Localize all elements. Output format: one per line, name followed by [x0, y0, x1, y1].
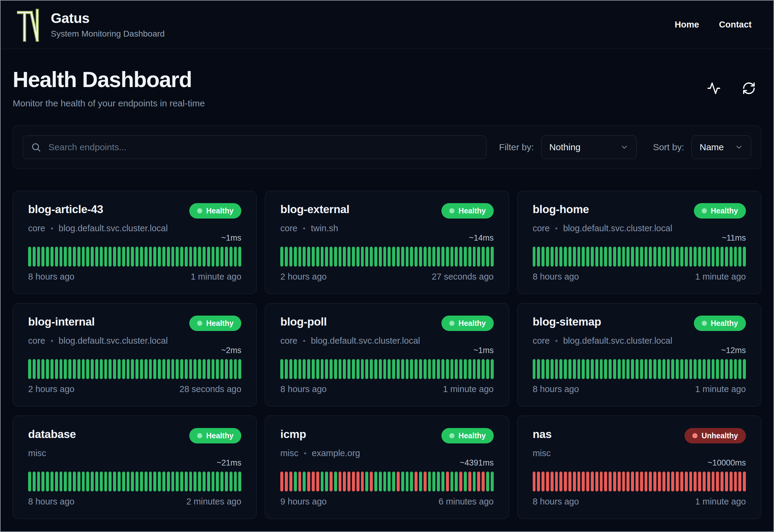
health-bar[interactable]	[212, 247, 215, 267]
health-bar[interactable]	[653, 472, 656, 491]
health-bar[interactable]	[361, 247, 364, 267]
health-bar[interactable]	[289, 472, 292, 491]
health-bar[interactable]	[555, 359, 558, 379]
health-bar[interactable]	[238, 247, 241, 267]
health-bar[interactable]	[370, 247, 373, 267]
health-bar[interactable]	[667, 247, 670, 267]
health-bar[interactable]	[379, 359, 382, 379]
health-bar[interactable]	[334, 359, 337, 379]
health-bar[interactable]	[685, 359, 688, 379]
health-bar[interactable]	[216, 359, 219, 379]
health-bar[interactable]	[694, 472, 697, 491]
health-bar[interactable]	[486, 472, 489, 491]
health-bar[interactable]	[636, 472, 639, 491]
health-bar[interactable]	[343, 247, 346, 267]
health-bar[interactable]	[82, 247, 85, 267]
health-bar[interactable]	[743, 359, 746, 379]
health-bar[interactable]	[424, 472, 427, 491]
health-bar[interactable]	[419, 359, 422, 379]
health-bar[interactable]	[649, 472, 652, 491]
health-bar[interactable]	[68, 247, 71, 267]
health-bar[interactable]	[234, 359, 237, 379]
health-bar[interactable]	[220, 472, 223, 491]
health-bar[interactable]	[716, 247, 719, 267]
health-bar[interactable]	[180, 247, 183, 267]
health-bar[interactable]	[712, 247, 715, 267]
health-bar[interactable]	[533, 472, 536, 491]
health-bar[interactable]	[91, 472, 94, 491]
health-bar[interactable]	[162, 247, 165, 267]
health-bar[interactable]	[356, 472, 359, 491]
health-bar[interactable]	[325, 472, 328, 491]
health-bar[interactable]	[491, 472, 494, 491]
health-bar[interactable]	[356, 359, 359, 379]
health-bar[interactable]	[294, 359, 297, 379]
health-bar[interactable]	[577, 247, 581, 267]
health-bar[interactable]	[238, 472, 241, 491]
health-bar[interactable]	[406, 472, 409, 491]
health-bar[interactable]	[464, 359, 467, 379]
health-bar[interactable]	[595, 359, 598, 379]
health-bar[interactable]	[280, 359, 283, 379]
health-bar[interactable]	[568, 359, 571, 379]
health-bar[interactable]	[720, 359, 724, 379]
health-bar[interactable]	[307, 359, 310, 379]
health-bar[interactable]	[131, 247, 134, 267]
health-bar[interactable]	[321, 247, 324, 267]
health-bar[interactable]	[339, 247, 342, 267]
health-bar[interactable]	[41, 247, 44, 267]
health-bar[interactable]	[618, 359, 621, 379]
health-bar[interactable]	[464, 247, 467, 267]
endpoint-card[interactable]: blog-external Healthy core • twin.sh ~14…	[265, 191, 509, 294]
health-bar[interactable]	[131, 359, 134, 379]
health-bar[interactable]	[397, 472, 400, 491]
endpoint-card[interactable]: blog-sitemap Healthy core • blog.default…	[517, 303, 761, 407]
health-bar[interactable]	[212, 472, 215, 491]
health-bar[interactable]	[459, 359, 462, 379]
health-bar[interactable]	[303, 472, 306, 491]
health-bar[interactable]	[176, 472, 179, 491]
health-bar[interactable]	[551, 359, 554, 379]
health-bar[interactable]	[203, 247, 206, 267]
health-bar[interactable]	[649, 247, 652, 267]
health-bar[interactable]	[86, 359, 89, 379]
health-bar[interactable]	[564, 247, 567, 267]
endpoint-card[interactable]: blog-internal Healthy core • blog.defaul…	[13, 303, 257, 407]
health-bar[interactable]	[64, 359, 67, 379]
health-bar[interactable]	[303, 247, 306, 267]
health-bar[interactable]	[149, 359, 152, 379]
health-bar[interactable]	[595, 472, 598, 491]
health-bar[interactable]	[113, 472, 116, 491]
health-bar[interactable]	[100, 472, 103, 491]
health-bar[interactable]	[135, 472, 138, 491]
health-bar[interactable]	[334, 472, 337, 491]
health-bar[interactable]	[459, 247, 462, 267]
health-bar[interactable]	[622, 247, 625, 267]
health-bar[interactable]	[600, 247, 603, 267]
health-bar[interactable]	[95, 472, 98, 491]
health-bar[interactable]	[622, 472, 625, 491]
health-bar[interactable]	[316, 472, 319, 491]
health-bar[interactable]	[207, 359, 210, 379]
health-bar[interactable]	[446, 472, 449, 491]
health-bar[interactable]	[307, 472, 310, 491]
health-bar[interactable]	[613, 247, 616, 267]
health-bar[interactable]	[712, 472, 715, 491]
health-bar[interactable]	[303, 359, 306, 379]
health-bar[interactable]	[127, 247, 130, 267]
health-bar[interactable]	[238, 359, 241, 379]
health-bar[interactable]	[171, 247, 174, 267]
health-bar[interactable]	[68, 359, 71, 379]
health-bar[interactable]	[541, 472, 545, 491]
health-bar[interactable]	[198, 247, 201, 267]
health-bar[interactable]	[33, 247, 36, 267]
health-bar[interactable]	[285, 247, 288, 267]
health-bar[interactable]	[631, 472, 634, 491]
health-bar[interactable]	[707, 472, 710, 491]
health-bar[interactable]	[185, 359, 188, 379]
health-bar[interactable]	[689, 247, 692, 267]
health-bar[interactable]	[712, 359, 715, 379]
health-bar[interactable]	[734, 359, 737, 379]
health-bar[interactable]	[482, 247, 485, 267]
health-bar[interactable]	[640, 472, 643, 491]
